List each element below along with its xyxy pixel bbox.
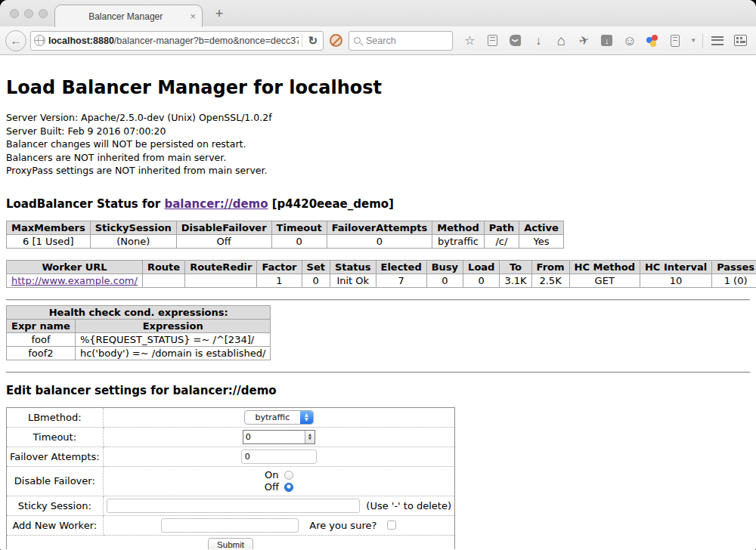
download-arrow-glyph: ↓ <box>535 35 541 47</box>
timeout-row: Timeout: ▲▼ <box>7 427 455 446</box>
hamburger-glyph <box>711 36 723 45</box>
col-elected: Elected <box>376 260 426 273</box>
col-path: Path <box>484 221 519 234</box>
radio-on-row: On <box>107 469 451 481</box>
disable-failover-label: Disable Failover: <box>7 466 104 496</box>
notes-panel-icon[interactable] <box>665 31 686 51</box>
col-failoverattempts: FailoverAttempts <box>327 221 432 234</box>
extension-dots-icon[interactable] <box>643 31 663 51</box>
col-route: Route <box>142 260 184 273</box>
submit-button[interactable]: Submit <box>208 538 253 550</box>
reading-list-icon[interactable] <box>482 31 503 51</box>
search-bar[interactable] <box>349 31 453 51</box>
radio-off-row: Off <box>107 481 451 493</box>
page-content: Load Balancer Manager for localhost Serv… <box>0 55 756 549</box>
col-worker-url: Worker URL <box>7 260 143 273</box>
save-panel-icon[interactable]: ↓ <box>596 31 617 51</box>
menu-hamburger-icon[interactable] <box>708 31 728 51</box>
lbmethod-row: LBmethod: bytraffic ▲▼ <box>7 407 455 427</box>
cell-method: bytraffic <box>432 234 484 248</box>
server-info: Server Version: Apache/2.5.0-dev (Unix) … <box>6 111 750 178</box>
back-button[interactable]: ← <box>5 30 26 51</box>
radio-off[interactable] <box>284 483 293 492</box>
feedback-smiley-icon[interactable]: ☺ <box>620 31 640 51</box>
add-worker-input[interactable] <box>161 518 299 533</box>
close-window-icon[interactable] <box>10 9 19 18</box>
toolbar-divider <box>702 33 703 48</box>
radio-on-label: On <box>265 469 278 481</box>
lbmethod-label: LBmethod: <box>7 407 104 427</box>
cell-from: 2.5K <box>531 273 569 287</box>
edit-settings-heading: Edit balancer settings for balancer://de… <box>6 384 750 397</box>
cell-status: Init Ok <box>330 273 376 287</box>
cell-stickysession: (None) <box>90 234 176 248</box>
reload-icon[interactable]: ↻ <box>305 35 320 46</box>
cell-expression-2: hc('body') =~ /domain is established/ <box>75 346 271 360</box>
health-table-title: Health check cond. expressions: <box>7 305 271 319</box>
home-glyph: ⌂ <box>557 33 565 48</box>
proxypass-note-line: ProxyPass settings are NOT inherited fro… <box>6 164 750 178</box>
cell-expr-name-1: foof <box>7 332 76 346</box>
minimize-window-icon[interactable] <box>24 9 33 18</box>
toolbar-icons: ☆ ❯ ↓ ⌂ ✈ ↓ ☺ ▼ <box>457 31 751 51</box>
worker-url-link[interactable]: http://www.example.com/ <box>11 275 138 286</box>
radio-off-label: Off <box>265 481 279 493</box>
health-row-foof: foof %{REQUEST_STATUS} =~ /^[234]/ <box>7 332 271 346</box>
timeout-input[interactable] <box>243 431 305 443</box>
dropdown-caret-icon[interactable]: ▼ <box>688 31 699 51</box>
cell-route <box>142 273 184 287</box>
worker-data-row: http://www.example.com/ 1 0 Init Ok 7 0 … <box>7 273 756 287</box>
bookmark-star-icon[interactable]: ☆ <box>460 31 480 51</box>
col-load: Load <box>463 260 500 273</box>
url-text[interactable]: localhost:8880/balancer-manager?b=demo&n… <box>48 36 299 46</box>
sticky-session-input[interactable] <box>107 499 361 513</box>
timeout-input-wrap: ▲▼ <box>243 430 315 444</box>
failover-attempts-label: Failover Attempts: <box>7 446 104 466</box>
cell-to: 3.1K <box>500 273 531 287</box>
col-stickysession: StickySession <box>90 221 176 234</box>
clipboard-icon <box>488 35 497 46</box>
search-input[interactable] <box>364 35 448 47</box>
sticky-session-hint: (Use '-' to delete) <box>366 500 451 511</box>
plane-glyph: ✈ <box>578 33 590 48</box>
radio-on[interactable] <box>284 471 293 480</box>
new-tab-button[interactable]: + <box>210 6 228 22</box>
cell-active: Yes <box>519 234 564 248</box>
lbmethod-select[interactable]: bytraffic ▲▼ <box>244 410 314 425</box>
col-method: Method <box>432 221 484 234</box>
colored-dots-icon <box>646 35 658 47</box>
send-tab-icon[interactable]: ✈ <box>574 31 594 51</box>
url-bar[interactable]: localhost:8880/balancer-manager?b=demo&n… <box>30 31 324 51</box>
home-icon[interactable]: ⌂ <box>551 31 572 51</box>
section-divider <box>6 299 750 301</box>
cell-elected: 7 <box>376 273 426 287</box>
col-from: From <box>531 260 569 273</box>
tab-close-icon[interactable]: × <box>190 11 196 21</box>
cell-disablefailover: Off <box>176 234 271 248</box>
col-passes: Passes <box>712 260 756 273</box>
section-divider-2 <box>6 372 750 373</box>
failover-attempts-input[interactable] <box>241 450 317 464</box>
cell-set: 0 <box>302 273 330 287</box>
downloads-icon[interactable]: ↓ <box>528 31 549 51</box>
grid-glyph <box>734 35 747 46</box>
number-spinner-icon[interactable]: ▲▼ <box>305 431 314 443</box>
col-active: Active <box>519 221 564 234</box>
health-row-foof2: foof2 hc('body') =~ /domain is establish… <box>7 346 271 360</box>
zoom-window-icon[interactable] <box>39 9 48 18</box>
balancer-demo-link[interactable]: balancer://demo <box>164 197 268 211</box>
are-you-sure-checkbox[interactable] <box>387 521 396 530</box>
submit-row: Submit <box>7 535 455 549</box>
pocket-icon[interactable]: ❯ <box>505 31 525 51</box>
globe-icon <box>34 35 45 46</box>
col-set: Set <box>302 260 330 273</box>
navigation-toolbar: ← localhost:8880/balancer-manager?b=demo… <box>0 26 756 55</box>
health-header-row: Expr name Expression <box>7 319 271 332</box>
smiley-glyph: ☺ <box>623 34 637 48</box>
cell-routeredir <box>185 273 257 287</box>
adblock-icon[interactable] <box>330 34 342 47</box>
active-tab[interactable]: Balancer Manager × <box>54 5 203 27</box>
url-path: /balancer-manager?b=demo&nonce=decc37be-… <box>114 36 299 46</box>
cell-factor: 1 <box>257 273 302 287</box>
addon-grid-icon[interactable] <box>730 31 751 51</box>
